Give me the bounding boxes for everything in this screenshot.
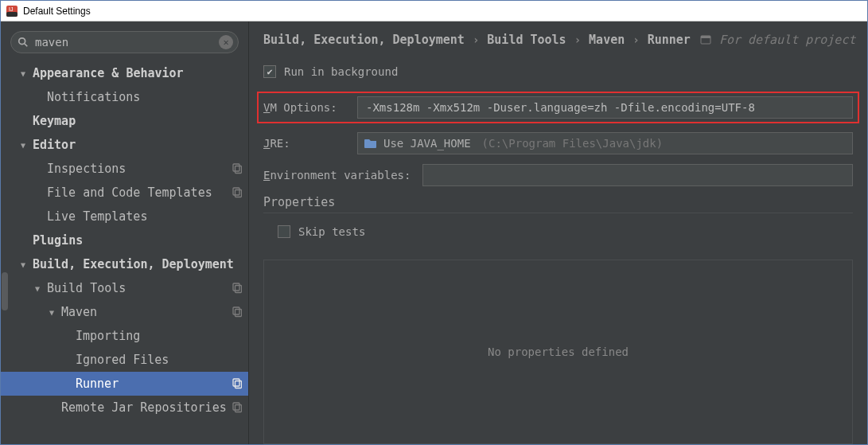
svg-rect-16 bbox=[235, 405, 242, 412]
sidebar-item-label: Runner bbox=[76, 377, 228, 391]
sidebar-item-keymap[interactable]: Keymap bbox=[1, 109, 248, 133]
project-scope-icon bbox=[231, 163, 242, 174]
sidebar-item-label: Plugins bbox=[33, 233, 242, 248]
svg-point-3 bbox=[19, 38, 25, 45]
sidebar-item-label: File and Code Templates bbox=[47, 185, 228, 200]
sidebar-item-notifications[interactable]: Notifications bbox=[1, 85, 248, 109]
sidebar: ✕ ▼Appearance & BehaviorNotificationsKey… bbox=[1, 21, 249, 444]
breadcrumb-part[interactable]: Build, Execution, Deployment bbox=[263, 33, 465, 47]
svg-rect-8 bbox=[235, 190, 242, 197]
window-title: Default Settings bbox=[23, 6, 91, 17]
breadcrumb-part[interactable]: Maven bbox=[589, 33, 625, 47]
chevron-right-icon: › bbox=[574, 33, 581, 46]
chevron-down-icon[interactable]: ▼ bbox=[18, 69, 28, 78]
search-icon bbox=[18, 37, 29, 48]
project-scope-icon bbox=[231, 306, 242, 318]
settings-search[interactable]: ✕ bbox=[10, 31, 239, 53]
sidebar-item-label: Inspections bbox=[47, 162, 228, 176]
svg-rect-15 bbox=[233, 403, 239, 410]
sidebar-item-label: Build Tools bbox=[47, 281, 228, 295]
svg-rect-18 bbox=[701, 36, 710, 38]
project-scope-icon bbox=[231, 187, 242, 198]
sidebar-item-label: Importing bbox=[76, 329, 242, 343]
project-scope-icon bbox=[231, 378, 242, 389]
svg-rect-1 bbox=[6, 12, 18, 17]
jre-hint: (C:\Program Files\Java\jdk) bbox=[482, 137, 664, 150]
sidebar-item-label: Build, Execution, Deployment bbox=[33, 257, 242, 271]
sidebar-item-label: Ignored Files bbox=[76, 353, 242, 367]
sidebar-item-remote-jar-repositories[interactable]: Remote Jar Repositories bbox=[1, 396, 248, 420]
sidebar-item-maven[interactable]: ▼Maven bbox=[1, 300, 248, 324]
search-input[interactable] bbox=[35, 36, 216, 49]
sidebar-item-ignored-files[interactable]: Ignored Files bbox=[1, 348, 248, 372]
svg-text:IJ: IJ bbox=[9, 6, 13, 12]
sidebar-item-label: Remote Jar Repositories bbox=[61, 400, 228, 415]
clear-search-icon[interactable]: ✕ bbox=[219, 35, 233, 49]
chevron-down-icon[interactable]: ▼ bbox=[33, 284, 42, 293]
runner-form: Run in background VM Options: JRE: bbox=[249, 60, 867, 252]
folder-icon bbox=[364, 138, 377, 149]
chevron-down-icon[interactable]: ▼ bbox=[18, 260, 28, 269]
breadcrumb-part[interactable]: Runner bbox=[648, 33, 691, 47]
sidebar-item-label: Live Templates bbox=[47, 209, 242, 224]
env-vars-label: Environment variables: bbox=[263, 169, 415, 182]
svg-rect-12 bbox=[235, 310, 242, 317]
sidebar-item-label: Keymap bbox=[33, 114, 242, 128]
sidebar-item-build-execution-deployment[interactable]: ▼Build, Execution, Deployment bbox=[1, 252, 248, 276]
sidebar-item-build-tools[interactable]: ▼Build Tools bbox=[1, 276, 248, 300]
vm-options-label: VM Options: bbox=[263, 101, 349, 114]
breadcrumb: Build, Execution, Deployment › Build Too… bbox=[249, 33, 867, 60]
properties-empty-text: No properties defined bbox=[488, 345, 629, 358]
env-vars-row: Environment variables: bbox=[263, 163, 853, 187]
jre-combobox[interactable]: Use JAVA_HOME (C:\Program Files\Java\jdk… bbox=[357, 132, 853, 154]
svg-rect-9 bbox=[233, 283, 239, 291]
chevron-right-icon: › bbox=[633, 33, 639, 46]
project-scope-icon bbox=[231, 283, 242, 294]
project-scope-icon bbox=[700, 34, 711, 45]
skip-tests-row: Skip tests bbox=[263, 220, 853, 244]
chevron-right-icon: › bbox=[473, 33, 479, 46]
settings-tree: ▼Appearance & BehaviorNotificationsKeyma… bbox=[1, 61, 248, 444]
sidebar-item-importing[interactable]: Importing bbox=[1, 324, 248, 348]
svg-rect-11 bbox=[233, 307, 239, 314]
breadcrumb-scope: For default project bbox=[719, 33, 856, 47]
skip-tests-checkbox[interactable] bbox=[278, 225, 290, 238]
breadcrumb-part[interactable]: Build Tools bbox=[487, 33, 566, 47]
sidebar-item-live-templates[interactable]: Live Templates bbox=[1, 205, 248, 228]
env-vars-input[interactable] bbox=[422, 164, 853, 186]
properties-table[interactable]: No properties defined bbox=[263, 260, 853, 444]
svg-rect-13 bbox=[233, 379, 239, 386]
sidebar-item-file-and-code-templates[interactable]: File and Code Templates bbox=[1, 181, 248, 205]
svg-rect-7 bbox=[233, 188, 239, 195]
skip-tests-label: Skip tests bbox=[298, 225, 365, 238]
run-in-background-label: Run in background bbox=[284, 65, 398, 78]
project-scope-icon bbox=[231, 402, 242, 413]
sidebar-item-label: Notifications bbox=[47, 90, 242, 104]
titlebar: IJ Default Settings bbox=[1, 1, 867, 21]
jre-label: JRE: bbox=[263, 137, 349, 150]
sidebar-item-label: Appearance & Behavior bbox=[33, 66, 242, 80]
run-in-background-checkbox[interactable] bbox=[263, 65, 276, 78]
body: ✕ ▼Appearance & BehaviorNotificationsKey… bbox=[1, 21, 867, 444]
jre-value: Use JAVA_HOME bbox=[383, 137, 471, 150]
main-panel: Build, Execution, Deployment › Build Too… bbox=[249, 21, 867, 444]
chevron-down-icon[interactable]: ▼ bbox=[47, 308, 56, 317]
sidebar-item-label: Maven bbox=[61, 305, 228, 319]
sidebar-item-appearance-behavior[interactable]: ▼Appearance & Behavior bbox=[1, 61, 248, 85]
vm-options-row: VM Options: bbox=[257, 92, 859, 123]
svg-rect-14 bbox=[235, 381, 242, 388]
sidebar-item-plugins[interactable]: Plugins bbox=[1, 228, 248, 252]
svg-rect-10 bbox=[235, 286, 242, 293]
app-icon: IJ bbox=[6, 5, 18, 18]
chevron-down-icon[interactable]: ▼ bbox=[18, 141, 28, 150]
sidebar-item-editor[interactable]: ▼Editor bbox=[1, 133, 248, 157]
sidebar-item-runner[interactable]: Runner bbox=[1, 372, 248, 396]
settings-window: IJ Default Settings ✕ bbox=[0, 0, 868, 445]
vm-options-input[interactable] bbox=[357, 96, 853, 119]
jre-row: JRE: Use JAVA_HOME (C:\Program Files\Jav… bbox=[263, 131, 853, 155]
svg-rect-6 bbox=[235, 166, 242, 174]
sidebar-item-inspections[interactable]: Inspections bbox=[1, 157, 248, 181]
sidebar-item-label: Editor bbox=[33, 138, 242, 152]
svg-rect-5 bbox=[233, 164, 239, 171]
properties-title: Properties bbox=[263, 195, 853, 213]
